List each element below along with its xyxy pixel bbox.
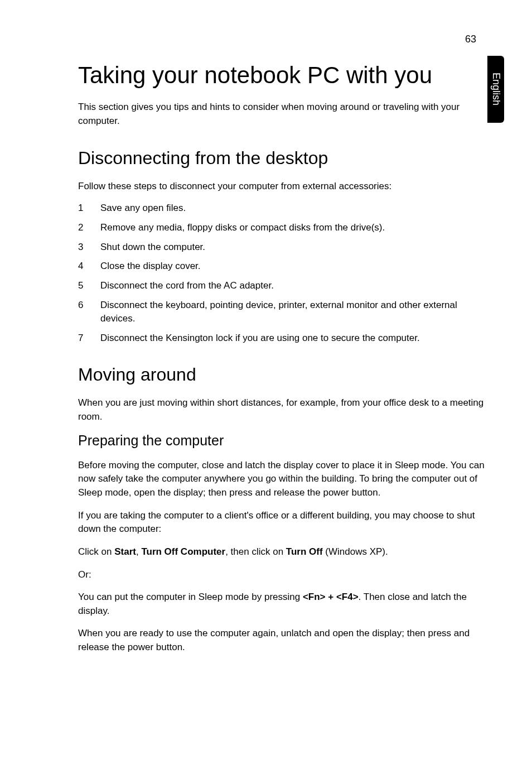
section1-lead: Follow these steps to disconnect your co…: [78, 180, 487, 194]
disconnect-steps-list: Save any open files. Remove any media, f…: [78, 201, 487, 345]
intro-paragraph: This section gives you tips and hints to…: [78, 100, 487, 128]
page-number: 63: [465, 33, 476, 45]
list-item: Disconnect the Kensington lock if you ar…: [78, 331, 487, 345]
section-heading-moving: Moving around: [78, 364, 487, 385]
text-span: (Windows XP).: [323, 546, 388, 557]
body-paragraph: If you are taking the computer to a clie…: [78, 509, 487, 536]
bold-text: Turn Off Computer: [141, 546, 225, 557]
text-span: ,: [136, 546, 141, 557]
subsection-heading-preparing: Preparing the computer: [78, 433, 487, 449]
body-paragraph: You can put the computer in Sleep mode b…: [78, 590, 487, 618]
list-item: Disconnect the keyboard, pointing device…: [78, 299, 487, 326]
bold-text: <Fn> + <F4>: [303, 592, 359, 602]
text-span: , then click on: [225, 546, 286, 557]
body-paragraph: Or:: [78, 568, 487, 582]
list-item: Disconnect the cord from the AC adapter.: [78, 279, 487, 293]
body-paragraph: When you are ready to use the computer a…: [78, 627, 487, 654]
text-span: You can put the computer in Sleep mode b…: [78, 592, 303, 602]
bold-text: Turn Off: [286, 546, 323, 557]
text-span: Click on: [78, 546, 114, 557]
list-item: Shut down the computer.: [78, 241, 487, 254]
list-item: Save any open files.: [78, 201, 487, 215]
bold-text: Start: [114, 546, 136, 557]
list-item: Close the display cover.: [78, 260, 487, 273]
list-item: Remove any media, floppy disks or compac…: [78, 221, 487, 235]
section2-lead: When you are just moving within short di…: [78, 396, 487, 424]
body-paragraph: Click on Start, Turn Off Computer, then …: [78, 545, 487, 559]
page-content: Taking your notebook PC with you This se…: [0, 0, 532, 697]
language-tab: English: [487, 56, 504, 123]
section-heading-disconnecting: Disconnecting from the desktop: [78, 148, 487, 169]
body-paragraph: Before moving the computer, close and la…: [78, 459, 487, 500]
page-title: Taking your notebook PC with you: [78, 61, 487, 89]
